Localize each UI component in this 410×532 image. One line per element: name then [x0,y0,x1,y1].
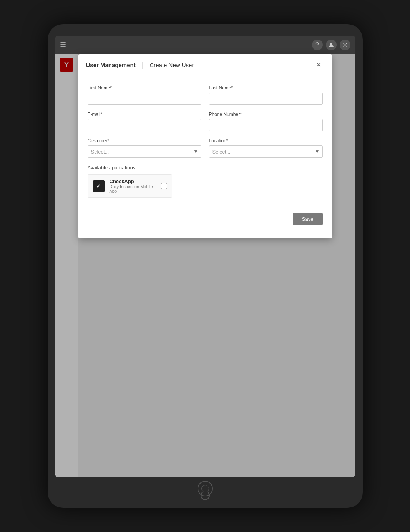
modal-header: User Management | Create New User ✕ [78,54,332,76]
modal-header-divider: | [142,61,144,69]
svg-point-0 [330,43,332,45]
first-name-label: First Name* [88,85,201,91]
first-name-group: First Name* [88,85,201,105]
name-row: First Name* Last Name* [88,85,323,105]
phone-label: Phone Number* [209,112,323,117]
settings-icon[interactable] [340,40,350,50]
top-bar-left: ☰ [60,41,66,49]
help-icon[interactable]: ? [312,40,323,50]
person-icon[interactable] [326,40,337,50]
customer-select[interactable]: Select... [88,145,201,158]
tablet-frame: ☰ ? Y [48,24,363,508]
last-name-group: Last Name* [209,85,323,105]
modal-title-sub: Create New User [149,62,194,68]
last-name-input[interactable] [209,93,323,105]
last-name-label: Last Name* [209,85,323,91]
app-item-checkapp: ✓ CheckApp Daily Inspection Mobile App [88,174,172,198]
app-name: CheckApp [110,178,156,184]
contact-row: E-mail* Phone Number* [88,112,323,131]
location-select[interactable]: Select... [209,145,323,158]
modal-title-main: User Management [86,62,136,68]
first-name-input[interactable] [88,93,201,105]
modal-close-button[interactable]: ✕ [314,59,324,70]
location-label: Location* [209,138,323,144]
available-applications-title: Available applications [88,165,323,170]
email-label: E-mail* [88,112,201,117]
save-button[interactable]: Save [293,213,323,225]
modal-body: First Name* Last Name* E-mail* [78,76,332,207]
checkapp-checkbox[interactable] [161,183,167,189]
top-bar-right: ? [312,40,350,50]
checkapp-icon-symbol: ✓ [96,182,101,190]
customer-label: Customer* [88,138,201,144]
top-bar: ☰ ? [55,36,355,54]
main-content: Y User Management | Create New User ✕ [55,54,355,477]
tablet-screen: ☰ ? Y [55,36,355,477]
email-group: E-mail* [88,112,201,131]
customer-location-row: Customer* Select... ▼ Location* [88,138,323,158]
create-user-modal: User Management | Create New User ✕ Firs… [78,54,332,238]
checkapp-icon: ✓ [93,180,105,192]
modal-overlay: User Management | Create New User ✕ Firs… [55,54,355,477]
hamburger-icon[interactable]: ☰ [60,41,66,49]
phone-group: Phone Number* [209,112,323,131]
svg-point-1 [344,44,346,46]
location-select-wrapper: Select... ▼ [209,145,323,158]
customer-select-wrapper: Select... ▼ [88,145,201,158]
location-group: Location* Select... ▼ [209,138,323,158]
app-info: CheckApp Daily Inspection Mobile App [110,178,156,193]
email-input[interactable] [88,119,201,131]
phone-input[interactable] [209,119,323,131]
customer-group: Customer* Select... ▼ [88,138,201,158]
modal-footer: Save [78,207,332,233]
app-description: Daily Inspection Mobile App [110,184,156,193]
loading-spinner [201,491,210,500]
